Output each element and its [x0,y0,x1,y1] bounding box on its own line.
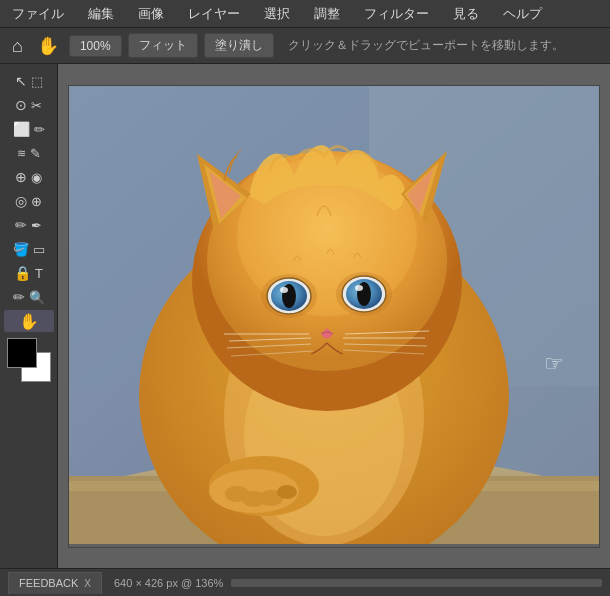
sponge-icon: ⊕ [31,195,42,208]
tool-text[interactable]: 🔒 T [4,262,54,284]
brush-small-icon: ✎ [30,147,41,160]
menu-filter[interactable]: フィルター [360,3,433,25]
tool-eyedropper[interactable]: ✏ 🔍 [4,286,54,308]
dodge-icon: ◎ [15,194,27,208]
feedback-close-button[interactable]: X [84,578,91,589]
svg-point-14 [277,485,297,499]
tool-pointer[interactable]: ↖ ⬚ [4,70,54,92]
rect-icon: ⬜ [13,122,30,136]
menu-adjust[interactable]: 調整 [310,3,344,25]
tool-rect[interactable]: ⬜ ✏ [4,118,54,140]
toolbar-hint: クリック＆ドラッグでビューポートを移動します。 [288,37,564,54]
dot-icon: ◉ [31,171,42,184]
image-info: 640 × 426 px @ 136% [114,577,223,589]
canvas-wrapper: ☞ [68,85,600,548]
stamp-icon: ⊕ [15,170,27,184]
zoom-level-button[interactable]: 100% [69,35,122,57]
fill-button[interactable]: 塗り潰し [204,33,274,58]
menu-image[interactable]: 画像 [134,3,168,25]
tool-hand[interactable]: ✋ [4,310,54,332]
svg-point-23 [280,287,288,293]
foreground-color-swatch[interactable] [7,338,37,368]
lock-icon: 🔒 [14,266,31,280]
tool-wave[interactable]: ≋ ✎ [4,142,54,164]
scissors-icon: ✂ [31,99,42,112]
main-area: ↖ ⬚ ⊙ ✂ ⬜ ✏ ≋ ✎ ⊕ ◉ ◎ ⊕ ✏ ✒ [0,64,610,568]
tool-stamp[interactable]: ⊕ ◉ [4,166,54,188]
pen-icon: ✏ [15,218,27,232]
feedback-label: FEEDBACK [19,577,78,589]
home-button[interactable]: ⌂ [8,35,27,57]
canvas-image: ☞ [69,86,599,544]
tool-lasso[interactable]: ⊙ ✂ [4,94,54,116]
tool-dodge[interactable]: ◎ ⊕ [4,190,54,212]
lasso-icon: ⊙ [15,98,27,112]
hand-icon: ✋ [19,312,39,331]
wave-icon: ≋ [17,147,26,160]
pointer-icon: ↖ [15,74,27,88]
menu-file[interactable]: ファイル [8,3,68,25]
text-icon: T [35,267,43,280]
feedback-tab[interactable]: FEEDBACK X [8,572,102,594]
hand-tool-button[interactable]: ✋ [33,35,63,57]
scrollbar[interactable] [231,579,602,587]
svg-point-28 [355,285,363,291]
canvas-area[interactable]: ☞ [58,64,610,568]
eyedropper-icon: ✏ [13,290,25,304]
magnify-icon: 🔍 [29,291,45,304]
rect-fill-icon: ▭ [33,243,45,256]
menu-help[interactable]: ヘルプ [499,3,546,25]
tool-pen[interactable]: ✏ ✒ [4,214,54,236]
menu-edit[interactable]: 編集 [84,3,118,25]
menu-select[interactable]: 選択 [260,3,294,25]
marquee-icon: ⬚ [31,75,43,88]
calligraphy-icon: ✒ [31,219,42,232]
toolbar: ⌂ ✋ 100% フィット 塗り潰し クリック＆ドラッグでビューポートを移動しま… [0,28,610,64]
tool-bucket[interactable]: 🪣 ▭ [4,238,54,260]
menu-view[interactable]: 見る [449,3,483,25]
fit-button[interactable]: フィット [128,33,198,58]
pencil-icon: ✏ [34,123,45,136]
toolbox: ↖ ⬚ ⊙ ✂ ⬜ ✏ ≋ ✎ ⊕ ◉ ◎ ⊕ ✏ ✒ [0,64,58,568]
color-swatch[interactable] [7,338,51,382]
menubar: ファイル 編集 画像 レイヤー 選択 調整 フィルター 見る ヘルプ [0,0,610,28]
bucket-icon: 🪣 [13,242,29,257]
statusbar: FEEDBACK X 640 × 426 px @ 136% [0,568,610,596]
svg-text:☞: ☞ [544,351,564,376]
menu-layer[interactable]: レイヤー [184,3,244,25]
